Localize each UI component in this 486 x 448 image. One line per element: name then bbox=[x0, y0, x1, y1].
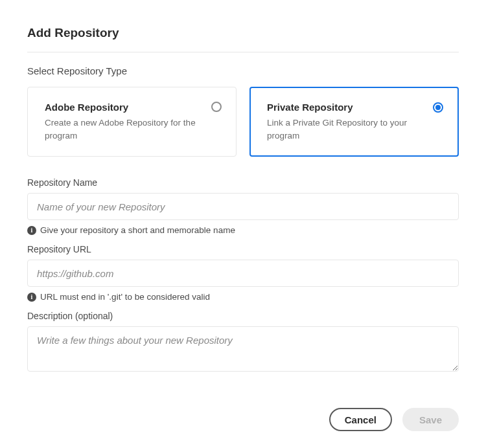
repo-url-label: Repository URL bbox=[27, 244, 459, 254]
repo-url-helper: i URL must end in '.git' to be considere… bbox=[27, 292, 459, 302]
description-input[interactable] bbox=[27, 326, 459, 372]
divider bbox=[27, 52, 459, 52]
repo-type-private-title: Private Repository bbox=[267, 102, 444, 113]
save-button[interactable]: Save bbox=[402, 408, 459, 431]
repo-type-private-description: Link a Private Git Repository to your pr… bbox=[267, 117, 444, 142]
info-icon: i bbox=[27, 293, 36, 302]
description-label: Description (optional) bbox=[27, 311, 459, 321]
select-repo-type-label: Select Repository Type bbox=[27, 65, 459, 76]
repo-name-label: Repository Name bbox=[27, 177, 459, 188]
repo-url-field-group: Repository URL i URL must end in '.git' … bbox=[27, 244, 459, 302]
repo-type-adobe-title: Adobe Repository bbox=[45, 102, 222, 113]
repo-name-field-group: Repository Name i Give your repository a… bbox=[27, 177, 459, 235]
description-field-group: Description (optional) bbox=[27, 311, 459, 374]
radio-checked-icon bbox=[433, 102, 443, 113]
repo-name-helper-text: Give your repository a short and memorab… bbox=[40, 225, 235, 235]
info-icon: i bbox=[27, 226, 36, 235]
cancel-button[interactable]: Cancel bbox=[329, 408, 392, 431]
repo-type-adobe[interactable]: Adobe Repository Create a new Adobe Repo… bbox=[27, 87, 237, 157]
radio-unchecked-icon bbox=[211, 102, 222, 112]
repo-type-options: Adobe Repository Create a new Adobe Repo… bbox=[27, 87, 459, 157]
dialog-button-row: Cancel Save bbox=[27, 408, 459, 431]
repo-type-private[interactable]: Private Repository Link a Private Git Re… bbox=[249, 87, 459, 157]
repo-url-helper-text: URL must end in '.git' to be considered … bbox=[40, 292, 210, 302]
dialog-title: Add Repository bbox=[27, 26, 459, 40]
repo-url-input[interactable] bbox=[27, 260, 459, 287]
repo-type-adobe-description: Create a new Adobe Repository for the pr… bbox=[45, 117, 222, 142]
repo-name-input[interactable] bbox=[27, 193, 459, 220]
repo-name-helper: i Give your repository a short and memor… bbox=[27, 225, 459, 235]
